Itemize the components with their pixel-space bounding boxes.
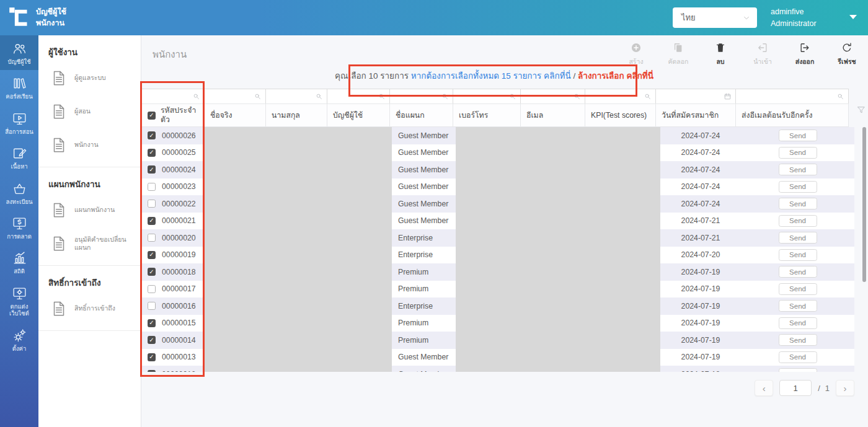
sidebar-item-2[interactable]: สื่อการสอน	[0, 105, 38, 140]
select-all-link[interactable]: หากต้องการเลือกทั้งหมด 15 รายการ คลิกที่…	[411, 71, 571, 81]
cell-send-email: Send	[741, 127, 854, 144]
column-search-input-3[interactable]	[327, 89, 390, 104]
column-header-2: นามสกุล	[265, 103, 327, 127]
employee-id: 00000014	[162, 336, 196, 345]
sidebar-item-8[interactable]: ตั้งค่า	[0, 322, 38, 357]
cell-id: 00000016	[141, 297, 205, 315]
send-email-button[interactable]: Send	[779, 368, 817, 372]
clear-selection-link[interactable]: ล้างการเลือก คลิกที่นี่	[578, 71, 653, 81]
search-icon	[315, 92, 323, 100]
row-checkbox[interactable]: ✓	[148, 370, 156, 372]
row-checkbox[interactable]: ✓	[148, 336, 156, 344]
column-search-input-5[interactable]	[453, 89, 521, 104]
doc-icon	[50, 68, 68, 89]
send-email-button[interactable]: Send	[779, 215, 817, 227]
user-menu[interactable]: adminfive Administrator	[771, 6, 817, 30]
user-menu-caret-icon[interactable]	[849, 15, 857, 19]
sidebar-item-4[interactable]: ลงทะเบียน	[0, 175, 38, 210]
cell-register-date: 2024-07-24	[660, 161, 741, 178]
column-search-input-7[interactable]	[585, 89, 656, 104]
column-header-7: KPI(Test scores)	[585, 103, 656, 127]
row-checkbox[interactable]: ✓	[148, 131, 156, 139]
column-header-label: วันที่สมัครสมาชิก	[662, 111, 719, 120]
cell-send-email: Send	[741, 297, 854, 315]
cell-id: 00000017	[141, 281, 205, 298]
doc-icon	[50, 134, 68, 156]
column-search-input-6[interactable]	[520, 89, 585, 104]
row-checkbox[interactable]: ✓	[148, 165, 156, 174]
sidebar-item-6[interactable]: สถิติ	[0, 245, 38, 280]
sidebar-item-1[interactable]: คอร์สเรียน	[0, 70, 38, 105]
cell-id: ✓00000012	[141, 366, 205, 372]
row-checkbox[interactable]: ✓	[148, 319, 156, 327]
cell-register-date: 2024-07-18	[660, 366, 741, 372]
send-email-button[interactable]: Send	[779, 283, 817, 295]
send-email-button[interactable]: Send	[779, 351, 817, 363]
media-player-icon	[12, 111, 27, 126]
toolbar-button-4[interactable]: ส่งออก	[791, 42, 818, 67]
cell-send-email: Send	[741, 263, 854, 281]
toolbar-button-2[interactable]: ลบ	[707, 42, 734, 67]
row-checkbox[interactable]: ✓	[148, 251, 156, 259]
send-email-button[interactable]: Send	[779, 266, 817, 278]
send-email-button[interactable]: Send	[779, 198, 817, 209]
sidebar-item-7[interactable]: ตกแต่ง เว็บไซต์	[0, 280, 38, 322]
row-checkbox[interactable]	[148, 302, 156, 310]
column-search-input-4[interactable]	[389, 89, 453, 104]
row-checkbox[interactable]: ✓	[148, 268, 156, 276]
row-checkbox[interactable]	[148, 234, 156, 242]
page-number-input[interactable]: 1	[779, 380, 812, 396]
column-search-input-9[interactable]	[735, 89, 849, 104]
sidebar-item-5[interactable]: การตลาด	[0, 210, 38, 245]
cell-register-date: 2024-07-24	[660, 178, 741, 196]
toolbar-button-5[interactable]: รีเฟรช	[833, 42, 861, 67]
employee-id: 00000025	[162, 148, 196, 157]
next-page-button[interactable]: ›	[836, 380, 854, 396]
send-email-button[interactable]: Send	[779, 164, 817, 175]
submenu-item-1-0[interactable]: แผนกพนักงาน	[38, 193, 141, 227]
sidebar-item-0[interactable]: บัญชีผู้ใช้	[0, 35, 38, 70]
doc-icon	[50, 101, 68, 122]
submenu-item-0-2[interactable]: พนักงาน	[38, 128, 141, 162]
send-email-button[interactable]: Send	[779, 300, 817, 312]
toolbar-button-1[interactable]: คัดลอก	[665, 42, 692, 67]
row-checkbox[interactable]: ✓	[148, 217, 156, 225]
row-checkbox[interactable]	[148, 183, 156, 191]
filter-button[interactable]	[856, 105, 867, 116]
column-header-label: KPI(Test scores)	[591, 111, 647, 120]
column-search-input-1[interactable]	[204, 89, 266, 104]
submenu-item-0-0[interactable]: ผู้ดูแลระบบ	[38, 61, 141, 95]
column-search-input-0[interactable]	[141, 89, 205, 104]
vertical-scrollbar-thumb[interactable]	[862, 127, 866, 282]
submenu-item-2-0[interactable]: สิทธิ์การเข้าถึง	[38, 292, 141, 325]
row-checkbox[interactable]	[148, 200, 156, 208]
submenu-item-0-1[interactable]: ผู้สอน	[38, 95, 141, 128]
search-icon	[378, 92, 386, 100]
row-checkbox[interactable]: ✓	[148, 353, 156, 361]
send-email-button[interactable]: Send	[779, 232, 817, 244]
send-email-button[interactable]: Send	[779, 147, 817, 159]
toolbar-button-3[interactable]: นำเข้า	[749, 42, 776, 67]
send-email-button[interactable]: Send	[779, 181, 817, 193]
cell-department: Premium	[392, 332, 456, 349]
cell-send-email: Send	[741, 229, 854, 247]
column-header-6: อีเมล	[520, 103, 585, 127]
cell-send-email: Send	[741, 161, 854, 178]
send-email-button[interactable]: Send	[779, 130, 817, 141]
send-email-button[interactable]: Send	[779, 249, 817, 261]
page-total: / 1	[818, 384, 830, 393]
send-email-button[interactable]: Send	[779, 334, 817, 346]
sidebar-item-3[interactable]: เนื้อหา	[0, 140, 38, 175]
cell-id: ✓00000019	[141, 247, 205, 264]
language-select[interactable]: ไทย	[673, 7, 757, 28]
cell-department: Enterprise	[392, 297, 456, 315]
row-checkbox[interactable]	[148, 285, 156, 293]
submenu-item-1-1[interactable]: อนุมัติคำขอเปลี่ยนแผนก	[38, 227, 141, 260]
previous-page-button[interactable]: ‹	[755, 380, 773, 396]
toolbar-button-0[interactable]: สร้าง	[622, 42, 650, 67]
row-checkbox[interactable]: ✓	[148, 149, 156, 157]
column-search-input-8[interactable]	[655, 89, 736, 104]
column-search-input-2[interactable]	[265, 89, 327, 104]
select-all-checkbox[interactable]: ✓	[148, 112, 156, 120]
send-email-button[interactable]: Send	[779, 317, 817, 329]
